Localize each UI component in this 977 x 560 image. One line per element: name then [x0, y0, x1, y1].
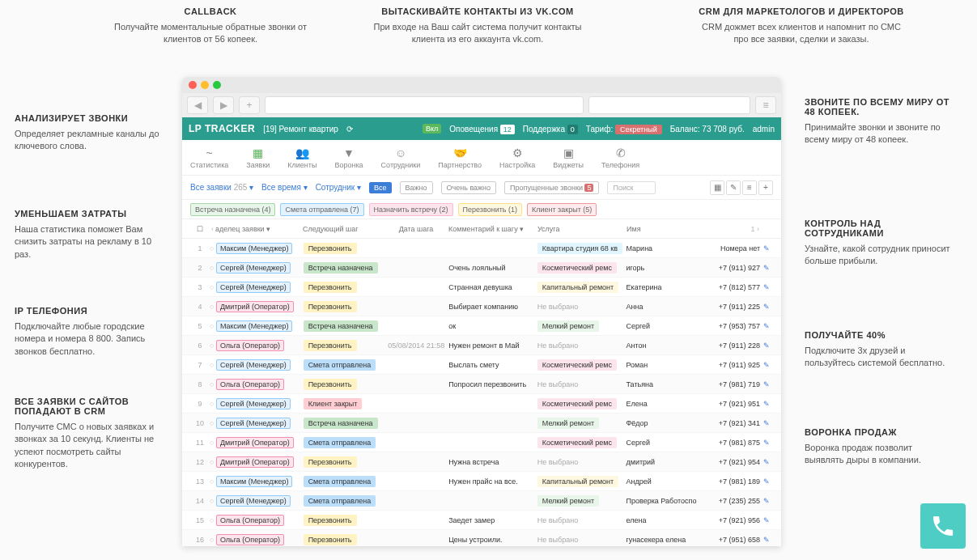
- menu-Воронка[interactable]: ▼Воронка: [334, 146, 363, 169]
- cell-service[interactable]: Не выбрано: [537, 342, 627, 350]
- refresh-icon[interactable]: ⟳: [346, 125, 353, 134]
- cell-step[interactable]: Смета отправлена: [304, 476, 384, 487]
- menu-Партнерство[interactable]: 🤝Партнерство: [438, 146, 482, 169]
- edit-icon[interactable]: ✎: [760, 419, 773, 427]
- radio-icon[interactable]: ○: [210, 458, 216, 466]
- filter-employee[interactable]: Сотрудник ▾: [316, 183, 361, 192]
- cell-step[interactable]: Встреча назначена: [304, 320, 384, 332]
- radio-icon[interactable]: ○: [210, 439, 216, 447]
- menu-Настройка[interactable]: ⚙Настройка: [499, 146, 535, 169]
- add-lead-button[interactable]: +: [758, 180, 773, 195]
- filter-all-leads[interactable]: Все заявки 265 ▾: [190, 183, 253, 192]
- edit-icon[interactable]: ✎: [760, 322, 773, 330]
- call-fab[interactable]: [920, 503, 966, 549]
- edit-icon[interactable]: ✎: [760, 439, 773, 447]
- radio-icon[interactable]: ○: [210, 400, 216, 408]
- edit-icon[interactable]: ✎: [760, 361, 773, 369]
- cell-service[interactable]: Не выбрано: [537, 516, 627, 524]
- table-row[interactable]: 7○Сергей (Менеджер)Смета отправленаВысла…: [182, 355, 781, 375]
- status-tag[interactable]: Смета отправлена (7): [280, 203, 363, 216]
- table-row[interactable]: 10○Сергей (Менеджер)Встреча назначенаМел…: [182, 414, 781, 433]
- cell-step[interactable]: Перезвонить: [304, 301, 384, 312]
- table-row[interactable]: 8○Ольга (Оператор)ПерезвонитьПопросил пе…: [182, 375, 781, 394]
- cell-step[interactable]: Смета отправлена: [304, 437, 384, 448]
- edit-icon[interactable]: ✎: [760, 497, 773, 505]
- radio-icon[interactable]: ○: [210, 244, 216, 252]
- cell-service[interactable]: Косметический ремс: [537, 359, 627, 371]
- cell-owner[interactable]: Сергей (Менеджер): [216, 419, 304, 427]
- cell-step[interactable]: Смета отправлена: [304, 359, 384, 371]
- project-name[interactable]: [19] Ремонт квартир: [263, 125, 338, 134]
- cell-owner[interactable]: Дмитрий (Оператор): [216, 303, 304, 311]
- filter-important[interactable]: Важно: [400, 181, 433, 194]
- status-tag[interactable]: Назначить встречу (2): [369, 203, 453, 216]
- search-input-browser[interactable]: [588, 96, 750, 114]
- cell-service[interactable]: Не выбрано: [537, 380, 627, 388]
- table-row[interactable]: 13○Максим (Менеджер)Смета отправленаНуже…: [182, 472, 781, 491]
- cell-step[interactable]: Перезвонить: [304, 456, 384, 468]
- table-row[interactable]: 3○Сергей (Менеджер)ПерезвонитьСтранная д…: [182, 278, 781, 297]
- menu-Сотрудники[interactable]: ☺Сотрудники: [381, 146, 421, 169]
- radio-icon[interactable]: ○: [210, 516, 216, 524]
- table-row[interactable]: 4○Дмитрий (Оператор)ПерезвонитьВыбирает …: [182, 297, 781, 316]
- checkbox-all[interactable]: ☐: [190, 225, 210, 233]
- edit-icon[interactable]: ✎: [760, 244, 773, 252]
- col-comment[interactable]: Комментарий к шагу ▾: [448, 225, 537, 233]
- cell-owner[interactable]: Дмитрий (Оператор): [216, 439, 304, 447]
- cell-step[interactable]: Клиент закрыт: [304, 398, 384, 409]
- edit-icon[interactable]: ✎: [760, 536, 773, 544]
- status-toggle[interactable]: Вкл: [423, 124, 441, 134]
- menu-Виджеты[interactable]: ▣Виджеты: [553, 146, 584, 169]
- scroll-left-icon[interactable]: ‹: [210, 225, 215, 233]
- back-button[interactable]: ◀: [187, 96, 208, 114]
- grid-view-icon[interactable]: ▦: [710, 180, 724, 195]
- table-row[interactable]: 15○Ольга (Оператор)ПерезвонитьЗаедет зам…: [182, 511, 781, 530]
- cell-owner[interactable]: Дмитрий (Оператор): [216, 458, 304, 466]
- radio-icon[interactable]: ○: [210, 361, 216, 369]
- col-step[interactable]: Следующий шаг: [303, 225, 384, 233]
- cell-service[interactable]: Квартира студия 68 кв: [537, 243, 627, 254]
- user-menu[interactable]: admin: [753, 125, 775, 134]
- col-service[interactable]: Услуга: [537, 225, 627, 233]
- table-row[interactable]: 11○Дмитрий (Оператор)Смета отправленаКос…: [182, 433, 781, 452]
- cell-owner[interactable]: Ольга (Оператор): [216, 380, 304, 388]
- radio-icon[interactable]: ○: [210, 303, 216, 311]
- cell-service[interactable]: Косметический ремс: [537, 437, 627, 448]
- radio-icon[interactable]: ○: [210, 536, 216, 544]
- cell-service[interactable]: Капитальный ремонт: [537, 476, 627, 487]
- cell-owner[interactable]: Ольга (Оператор): [216, 536, 304, 544]
- radio-icon[interactable]: ○: [210, 322, 216, 330]
- cell-owner[interactable]: Сергей (Менеджер): [216, 361, 304, 369]
- filter-all[interactable]: Все: [369, 182, 392, 193]
- edit-icon[interactable]: ✎: [760, 516, 773, 524]
- cell-step[interactable]: Перезвонить: [304, 515, 384, 526]
- cell-step[interactable]: Встреча назначена: [304, 418, 384, 429]
- filter-missed[interactable]: Пропущенные звонки 5: [504, 181, 599, 194]
- menu-Клиенты[interactable]: 👥Клиенты: [287, 146, 316, 169]
- edit-icon[interactable]: ✎: [760, 477, 773, 486]
- status-tag[interactable]: Перезвонить (1): [458, 203, 522, 216]
- radio-icon[interactable]: ○: [210, 419, 216, 427]
- cell-service[interactable]: Не выбрано: [537, 536, 627, 544]
- radio-icon[interactable]: ○: [210, 342, 216, 350]
- table-row[interactable]: 5○Максим (Менеджер)Встреча назначенаокМе…: [182, 316, 781, 336]
- edit-columns-icon[interactable]: ✎: [726, 180, 741, 195]
- col-owner[interactable]: аделец заявки ▾: [215, 225, 303, 233]
- cell-step[interactable]: Перезвонить: [304, 534, 384, 545]
- cell-service[interactable]: Мелкий ремонт: [537, 418, 627, 429]
- cell-service[interactable]: Мелкий ремонт: [537, 495, 627, 507]
- filter-very-important[interactable]: Очень важно: [441, 181, 497, 194]
- cell-service[interactable]: Мелкий ремонт: [537, 320, 627, 332]
- radio-icon[interactable]: ○: [210, 497, 216, 505]
- edit-icon[interactable]: ✎: [760, 458, 773, 466]
- cell-service[interactable]: Капитальный ремонт: [537, 282, 627, 293]
- table-row[interactable]: 6○Ольга (Оператор)Перезвонить05/08/2014 …: [182, 336, 781, 355]
- new-tab-button[interactable]: +: [239, 96, 260, 114]
- cell-service[interactable]: Косметический ремс: [537, 262, 627, 274]
- cell-step[interactable]: Перезвонить: [304, 243, 384, 254]
- maximize-icon[interactable]: [213, 81, 221, 89]
- radio-icon[interactable]: ○: [210, 264, 216, 272]
- radio-icon[interactable]: ○: [210, 477, 216, 486]
- cell-owner[interactable]: Сергей (Менеджер): [216, 264, 304, 272]
- address-input[interactable]: [265, 96, 584, 114]
